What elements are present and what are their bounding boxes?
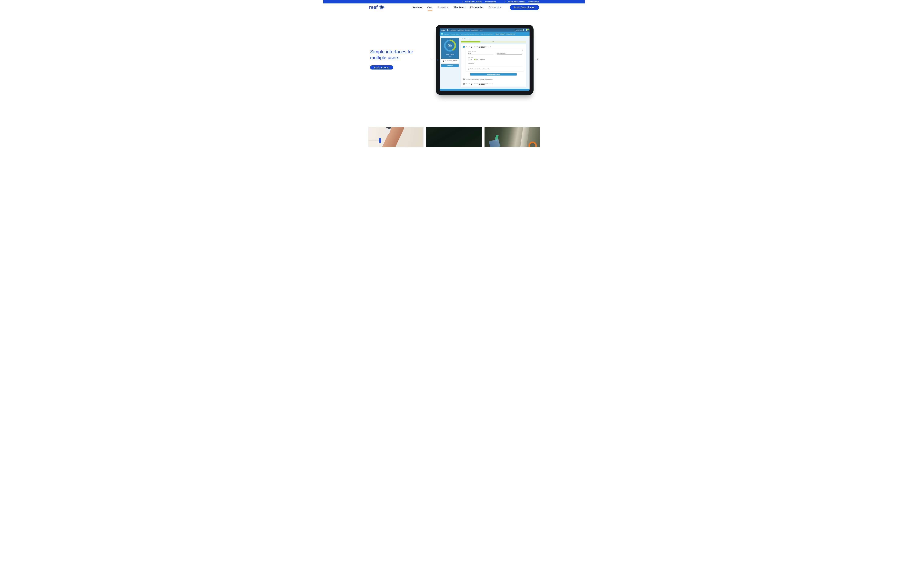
back-to-summary-link[interactable]: ◂ Back to summary	[462, 38, 526, 39]
step-1-row: 1 Go to the 12 and flush the 12(#REP-2)(…	[463, 46, 524, 48]
app-nav-organisations[interactable]: Organisations	[471, 30, 478, 31]
reef-logo[interactable]: reef	[369, 5, 385, 10]
job-work-area: ◂ Back to summary 33% 1 Go to the 12 and	[461, 38, 528, 89]
main-nav: Services Orac About Us The Team Discover…	[412, 5, 502, 10]
breadcrumb-separator: ›	[469, 34, 470, 35]
asset-link[interactable]: 12	[479, 46, 480, 47]
outlet-mixed-checkbox[interactable]: Mixed	[480, 59, 485, 60]
app-breadcrumb-bar: Organisations› Reef Water Solutions› Sit…	[440, 32, 530, 36]
office-label: SOUTH EAST OFFICE	[465, 1, 481, 3]
flushing-start-time-value[interactable]: 12:00	[468, 53, 493, 55]
logo-text: reef	[369, 5, 378, 10]
breadcrumb-current-page: HELLO-SHWCTY-C001-W004-J01	[495, 34, 515, 35]
app-nav-dashboard[interactable]: Dashboard	[451, 30, 456, 31]
photo-detail	[379, 138, 381, 143]
default-admin-button[interactable]: Default Admin	[515, 29, 523, 31]
photo-detail	[368, 141, 379, 147]
flushing-duration-select[interactable]: Flushing Duration * ▾	[497, 53, 522, 55]
outlet-mixed-label: Mixed	[482, 59, 485, 60]
hero-title: Simple interfaces for multiple users	[370, 49, 423, 60]
app-nav-users[interactable]: Users	[480, 30, 482, 31]
breadcrumb-item[interactable]: Main Office	[464, 34, 469, 35]
header-inner: reef Services Orac About Us The Team Dis…	[369, 5, 539, 10]
checkbox-checked	[474, 59, 476, 60]
breadcrumb-item[interactable]: Overview	[475, 34, 479, 35]
add-additional-reading-button[interactable]: Add Additional Reading	[470, 73, 517, 76]
topbar-inner: SOUTH EAST OFFICE 02033 262929 SOUTH WES…	[369, 1, 539, 3]
checkbox-unchecked	[468, 68, 469, 70]
flushing-duration-label: Flushing Duration *	[497, 53, 507, 54]
nav-item-contact-us[interactable]: Contact Us	[489, 5, 502, 10]
unable-readings-checkbox[interactable]: Unable to take readings for this asset?	[468, 68, 522, 70]
topbar: SOUTH EAST OFFICE 02033 262929 SOUTH WES…	[323, 0, 585, 3]
app-nav-my-schedule[interactable]: My Schedule	[457, 30, 464, 31]
step-3-text: Go to the 12 and flush the 12(#SEN-4)(Un…	[466, 83, 493, 84]
tablet-screen: Orac Dashboard My Schedule Schedule Orga…	[440, 28, 530, 91]
step-3-row: 3 Go to the 12 and flush the 12(#SEN-4)(…	[463, 83, 524, 85]
task-status: (Un-Recorded)	[485, 83, 493, 84]
office-contact-south-west[interactable]: SOUTH WEST OFFICE 01208 819276	[505, 1, 539, 3]
app-footer-bar	[440, 89, 530, 91]
chat-notification-icon[interactable]: 1	[526, 29, 528, 31]
breadcrumb-item[interactable]: Organisations	[444, 34, 449, 35]
flushing-start-time-field[interactable]: Flushing Start Time * 12:00	[468, 51, 493, 55]
donut-text: 42% Complete	[448, 44, 452, 47]
asset-link[interactable]: 12	[479, 79, 480, 80]
breadcrumb-item[interactable]: Schedule	[470, 34, 474, 35]
form-fields-row: Flushing Start Time * 12:00 Flushing Dur…	[468, 51, 522, 55]
photo-detail	[528, 141, 537, 147]
carousel-prev-arrow-icon[interactable]: ←	[430, 56, 435, 60]
app-brand[interactable]: Orac	[441, 29, 445, 31]
office-contact-south-east[interactable]: SOUTH EAST OFFICE 02033 262929	[462, 1, 496, 3]
site-summary-card: 42% Complete Main Office Active	[441, 38, 459, 59]
photo-gallery	[368, 127, 540, 147]
office-phone: 01208 819276	[528, 1, 539, 3]
outlet-hot-checkbox[interactable]: Hot	[474, 59, 478, 60]
step-2-row: 2 Go to the 12 and flush the 12(#SEN-1)(…	[463, 79, 524, 80]
observations-input[interactable]	[468, 64, 522, 66]
book-a-demo-button[interactable]: Book a Demo	[370, 65, 393, 69]
photo-detail	[489, 139, 500, 147]
breadcrumb-item[interactable]: Sites	[461, 34, 463, 35]
outlet-type-checkboxes: Cold Hot Mixed	[468, 59, 522, 60]
outlet-cold-label: Cold	[470, 59, 472, 60]
nav-item-services[interactable]: Services	[412, 5, 422, 10]
progress-percent: 33%	[461, 41, 526, 42]
dark-loft-photo[interactable]	[427, 127, 481, 147]
breadcrumb-item[interactable]: Reef Water Solutions	[451, 34, 459, 35]
kebab-menu-icon[interactable]: ⋮	[522, 50, 523, 51]
phone-icon	[505, 1, 507, 3]
location-pin-icon	[443, 60, 444, 62]
site-summary-panel: 42% Complete Main Office Active 12, 12, …	[441, 38, 459, 89]
task-ref-link[interactable]: (#SEN-1)	[480, 79, 485, 80]
breadcrumb: Organisations› Reef Water Solutions› Sit…	[444, 34, 515, 35]
submit-job-button[interactable]: Submit Job	[441, 64, 459, 67]
book-consultation-button[interactable]: Book Consultation	[510, 5, 539, 10]
checkbox-unchecked	[468, 59, 469, 60]
nav-item-the-team[interactable]: The Team	[454, 5, 465, 10]
flushing-duration-field[interactable]: Flushing Duration * ▾	[497, 51, 522, 55]
plant-room-photo[interactable]	[485, 127, 540, 147]
step-text-segment: and flush the	[472, 79, 479, 80]
nav-item-about-us[interactable]: About Us	[438, 5, 449, 10]
tablet-mockup: Orac Dashboard My Schedule Schedule Orga…	[436, 25, 533, 95]
office-phone: 02033 262929	[485, 1, 496, 3]
carousel-next-arrow-icon[interactable]: →	[534, 56, 539, 60]
reading-form-card: ⋮ Flushing Start Time * 12:00 Flushing D…	[466, 49, 524, 71]
nav-item-discoveries[interactable]: Discoveries	[470, 5, 484, 10]
nav-item-orac[interactable]: Orac	[427, 5, 433, 10]
sensor-installation-photo[interactable]	[368, 127, 423, 147]
task-ref-link[interactable]: (#SEN-4)	[480, 83, 485, 84]
hamburger-menu-icon[interactable]	[441, 34, 443, 35]
step-text-segment: Go to the	[466, 83, 471, 84]
app-fish-icon	[447, 29, 449, 31]
asset-link[interactable]: 12	[479, 83, 480, 84]
outlet-cold-checkbox[interactable]: Cold	[468, 59, 472, 60]
app-content: 42% Complete Main Office Active 12, 12, …	[440, 36, 530, 89]
breadcrumb-item[interactable]: HELLO-SHWCTY-C001-W004	[480, 34, 493, 35]
step-1-number-badge: 1	[463, 46, 465, 48]
task-ref-link[interactable]: (#REP-2)	[480, 46, 485, 47]
task-status: (Un-Recorded)	[485, 79, 493, 80]
app-nav-schedule[interactable]: Schedule	[465, 30, 470, 31]
breadcrumb-separator: ›	[493, 34, 494, 35]
